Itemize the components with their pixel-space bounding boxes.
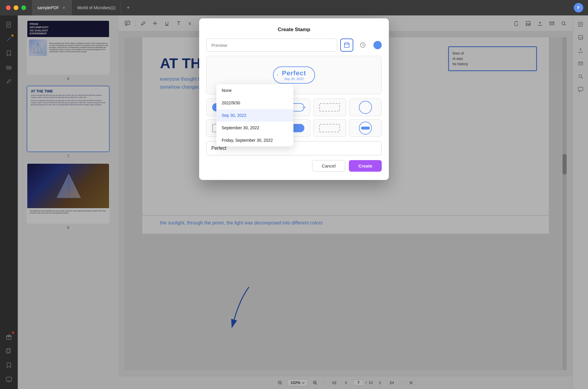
stamp-preview-pill: Perfect Sep 30, 2022 (273, 66, 315, 84)
close-button[interactable] (6, 5, 11, 10)
cancel-button[interactable]: Cancel (312, 160, 346, 172)
dropdown-item-friday[interactable]: Friday, September 30, 2022 (216, 134, 293, 146)
stamp-preview-date: Sep 30, 2022 (284, 77, 303, 81)
stamp-shape-dashed[interactable] (313, 98, 346, 116)
tab-bar: samplePDF ✕ World of Microbes(1) + (32, 0, 574, 15)
clock-icon-btn[interactable] (356, 39, 369, 52)
stamp-shape-circle[interactable] (349, 98, 382, 116)
tab-samplepdf-label: samplePDF (37, 5, 59, 10)
date-format-dropdown: None 2022/9/30 Sep 30, 2022 September 30… (216, 84, 293, 146)
calendar-icon-btn[interactable] (340, 39, 353, 52)
add-tab-icon: + (127, 5, 130, 11)
dropdown-item-numeric[interactable]: 2022/9/30 (216, 97, 293, 109)
create-button[interactable]: Create (349, 160, 382, 172)
minimize-button[interactable] (14, 5, 18, 10)
traffic-lights (0, 5, 32, 10)
modal-title: Create Stamp (206, 27, 382, 33)
tab-microbes-label: World of Microbes(1) (77, 5, 116, 10)
maximize-button[interactable] (21, 5, 26, 10)
modal-overlay: Create Stamp (0, 15, 588, 389)
modal-actions: Cancel Create (206, 160, 382, 172)
add-tab-button[interactable]: + (124, 3, 133, 12)
stamp-preview-text: Perfect (282, 69, 306, 77)
dropdown-item-september30[interactable]: September 30, 2022 (216, 122, 293, 134)
dropdown-item-none[interactable]: None (216, 84, 293, 97)
preview-input[interactable] (206, 39, 337, 52)
svg-line-72 (363, 45, 364, 46)
color-selector-btn[interactable] (373, 41, 382, 49)
svg-rect-66 (344, 43, 349, 47)
tab-close-icon[interactable]: ✕ (61, 5, 66, 10)
stamp-shape-dashed2[interactable] (313, 119, 346, 137)
preview-row (206, 39, 382, 52)
avatar[interactable]: F (574, 3, 583, 12)
tab-samplepdf[interactable]: samplePDF ✕ (32, 0, 72, 15)
tab-microbes[interactable]: World of Microbes(1) (72, 0, 121, 15)
stamp-shape-circle-outline2[interactable] (349, 119, 382, 137)
dropdown-item-sep30[interactable]: Sep 30, 2022 (216, 109, 293, 122)
titlebar: samplePDF ✕ World of Microbes(1) + F (0, 0, 588, 15)
